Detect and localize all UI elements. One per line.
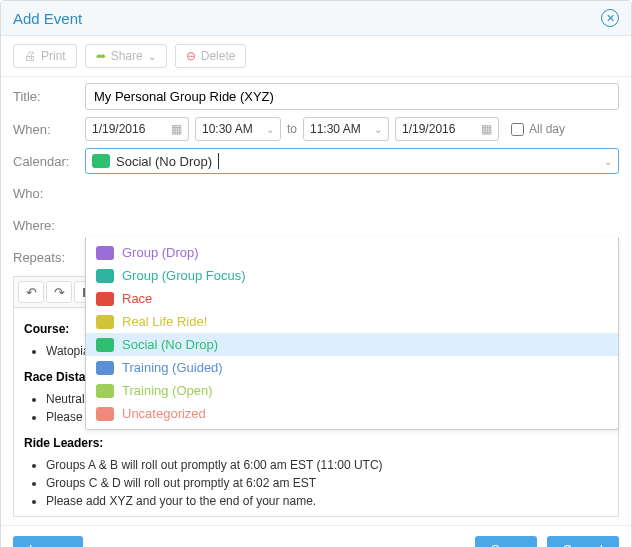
dialog-title: Add Event: [13, 10, 82, 27]
cancel-button[interactable]: Cancel: [547, 536, 619, 547]
chevron-down-icon: ⌄: [604, 156, 612, 167]
color-swatch: [96, 246, 114, 260]
calendar-option-label: Group (Drop): [122, 245, 199, 260]
calendar-icon: ▦: [171, 122, 182, 136]
calendar-option[interactable]: Training (Guided): [86, 356, 618, 379]
repeats-label: Repeats:: [13, 250, 85, 265]
calendar-option[interactable]: Uncategorized: [86, 402, 618, 425]
color-swatch: [96, 407, 114, 421]
chevron-down-icon: ⌄: [374, 124, 382, 135]
share-button[interactable]: ➦ Share ⌄: [85, 44, 167, 68]
title-label: Title:: [13, 89, 85, 104]
date-start-value: 1/19/2016: [92, 122, 145, 136]
print-label: Print: [41, 49, 66, 63]
share-label: Share: [111, 49, 143, 63]
calendar-option[interactable]: Training (Open): [86, 379, 618, 402]
delete-label: Delete: [201, 49, 236, 63]
color-swatch: [96, 315, 114, 329]
time-start-input[interactable]: 10:30 AM ⌄: [195, 117, 281, 141]
calendar-icon: ▦: [481, 122, 492, 136]
undo-button[interactable]: ↶: [18, 281, 44, 303]
date-end-input[interactable]: 1/19/2016 ▦: [395, 117, 499, 141]
close-button[interactable]: ✕: [601, 9, 619, 27]
calendar-option[interactable]: Group (Group Focus): [86, 264, 618, 287]
calendar-option[interactable]: Real Life Ride!: [86, 310, 618, 333]
color-swatch: [96, 292, 114, 306]
time-end-value: 11:30 AM: [310, 122, 361, 136]
close-icon: ✕: [606, 12, 615, 25]
list-item: Groups A & B will roll out promptly at 6…: [46, 456, 608, 474]
leaders-heading: Ride Leaders:: [24, 436, 103, 450]
all-day-checkbox[interactable]: [511, 123, 524, 136]
calendar-selected-value: Social (No Drop): [116, 154, 212, 169]
color-swatch: [96, 338, 114, 352]
color-swatch: [96, 384, 114, 398]
list-item: Groups C & D will roll out promptly at 6…: [46, 474, 608, 492]
delete-button[interactable]: ⊖ Delete: [175, 44, 247, 68]
time-start-value: 10:30 AM: [202, 122, 253, 136]
calendar-option-label: Group (Group Focus): [122, 268, 246, 283]
delete-icon: ⊖: [186, 49, 196, 63]
calendar-dropdown[interactable]: Group (Drop)Group (Group Focus)RaceReal …: [85, 237, 619, 430]
list-item: Please add XYZ and your to the end of yo…: [46, 492, 608, 510]
share-icon: ➦: [96, 49, 106, 63]
text-cursor: [218, 153, 219, 169]
color-swatch: [96, 269, 114, 283]
calendar-option[interactable]: Social (No Drop): [86, 333, 618, 356]
calendar-option[interactable]: Group (Drop): [86, 241, 618, 264]
course-heading: Course:: [24, 322, 69, 336]
save-button[interactable]: Save: [475, 536, 537, 547]
calendar-swatch: [92, 154, 110, 168]
print-icon: 🖨: [24, 49, 36, 63]
date-start-input[interactable]: 1/19/2016 ▦: [85, 117, 189, 141]
date-end-value: 1/19/2016: [402, 122, 455, 136]
calendar-combobox[interactable]: Social (No Drop) ⌄: [85, 148, 619, 174]
chevron-down-icon: ⌄: [148, 51, 156, 62]
time-end-input[interactable]: 11:30 AM ⌄: [303, 117, 389, 141]
to-label: to: [287, 122, 297, 136]
redo-button[interactable]: ↷: [46, 281, 72, 303]
calendar-option-label: Training (Guided): [122, 360, 223, 375]
where-label: Where:: [13, 218, 85, 233]
calendar-option-label: Social (No Drop): [122, 337, 218, 352]
calendar-option-label: Real Life Ride!: [122, 314, 207, 329]
color-swatch: [96, 361, 114, 375]
chevron-down-icon: ⌄: [266, 124, 274, 135]
calendar-option-label: Training (Open): [122, 383, 213, 398]
calendar-option-label: Race: [122, 291, 152, 306]
calendar-option-label: Uncategorized: [122, 406, 206, 421]
print-button[interactable]: 🖨 Print: [13, 44, 77, 68]
who-label: Who:: [13, 186, 85, 201]
calendar-label: Calendar:: [13, 154, 85, 169]
title-input[interactable]: [85, 83, 619, 110]
when-label: When:: [13, 122, 85, 137]
less-button[interactable]: Less...: [13, 536, 83, 547]
all-day-label: All day: [529, 122, 565, 136]
calendar-option[interactable]: Race: [86, 287, 618, 310]
